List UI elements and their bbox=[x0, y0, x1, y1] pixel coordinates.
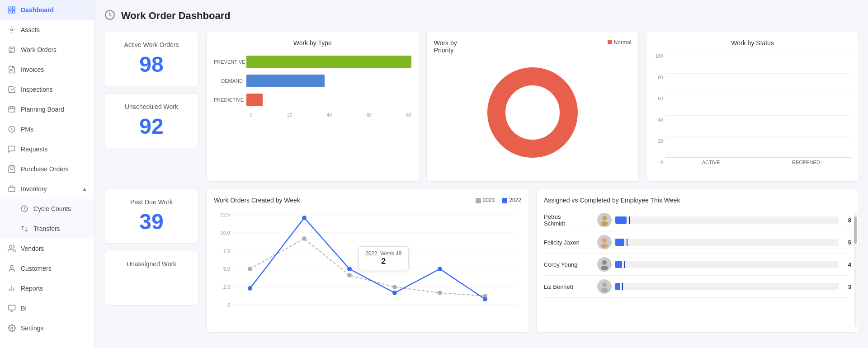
reports-icon bbox=[7, 284, 16, 293]
page-title: Work Order Dashboard bbox=[121, 10, 231, 22]
employee-count-felicity: 5 bbox=[842, 239, 851, 246]
svg-point-32 bbox=[601, 244, 608, 248]
sidebar-item-work-orders[interactable]: Work Orders bbox=[0, 40, 94, 60]
unscheduled-work-label: Unscheduled Work bbox=[112, 103, 191, 110]
work-by-status-title: Work by Status bbox=[654, 39, 851, 47]
bar-row-predictive: PREDICTIVE bbox=[214, 94, 411, 106]
point-2021-4 bbox=[438, 291, 442, 295]
employee-row-liz: Liz Bennett 3 bbox=[544, 276, 851, 298]
sidebar-label-requests: Requests bbox=[21, 146, 47, 153]
svg-rect-3 bbox=[9, 11, 11, 13]
svg-text:2.5: 2.5 bbox=[223, 284, 230, 290]
sidebar-item-reports[interactable]: Reports bbox=[0, 278, 94, 298]
sidebar-item-settings[interactable]: Settings bbox=[0, 318, 94, 338]
page-header: Work Order Dashboard bbox=[104, 9, 859, 23]
inventory-chevron-icon: ▲ bbox=[82, 186, 87, 192]
sidebar-item-invoices[interactable]: Invoices bbox=[0, 60, 94, 80]
active-work-orders-label: Active Work Orders bbox=[112, 41, 191, 48]
svg-text:5.0: 5.0 bbox=[223, 266, 230, 272]
employee-name-felicity: Felicity Jaxon bbox=[544, 239, 594, 246]
work-orders-by-week-title: Work Orders Created by Week bbox=[214, 197, 300, 204]
scroll-thumb bbox=[854, 216, 857, 244]
sidebar-item-inspections[interactable]: Inspections bbox=[0, 80, 94, 99]
legend-2022: 2022 bbox=[502, 197, 521, 203]
sidebar-item-transfers[interactable]: Transfers bbox=[0, 219, 94, 239]
svg-text:12.5: 12.5 bbox=[221, 212, 230, 217]
sidebar-item-inventory[interactable]: Inventory ▲ bbox=[0, 179, 94, 199]
past-due-work-label: Past Due Work bbox=[112, 198, 191, 206]
sidebar-label-customers: Customers bbox=[21, 265, 52, 272]
employee-avatar-corey bbox=[597, 257, 612, 272]
past-due-work-value: 39 bbox=[112, 209, 191, 234]
bar-divider-felicity bbox=[627, 239, 627, 246]
employee-name-corey: Corey Young bbox=[544, 261, 594, 268]
svg-point-15 bbox=[511, 91, 554, 134]
point-2022-3 bbox=[392, 291, 397, 295]
stat-cards-bottom: Past Due Work 39 Unassigned Work bbox=[104, 189, 199, 333]
sidebar-label-purchase-orders: Purchase Orders bbox=[21, 165, 69, 173]
dashboard-header-icon bbox=[104, 9, 116, 23]
sidebar-item-purchase-orders[interactable]: Purchase Orders bbox=[0, 159, 94, 179]
sidebar-item-bi[interactable]: BI bbox=[0, 298, 94, 318]
employee-row-felicity: Felicity Jaxon 5 bbox=[544, 231, 851, 254]
y-100: 100 bbox=[654, 54, 663, 59]
employee-list: PetrusSchmidt 8 Felicity Jaxon bbox=[544, 209, 851, 298]
point-2022-5 bbox=[483, 297, 487, 301]
unassigned-work-card: Unassigned Work bbox=[104, 251, 199, 306]
bar-fill-demand bbox=[246, 75, 325, 87]
axis-80: 80 bbox=[406, 113, 411, 118]
employee-avatar-felicity bbox=[597, 235, 612, 249]
employee-bar-fill-felicity bbox=[615, 239, 624, 246]
sidebar-label-dashboard: Dashboard bbox=[21, 6, 54, 14]
customers-icon bbox=[7, 264, 16, 273]
axis-20: 20 bbox=[287, 113, 292, 118]
legend-2021: 2021 bbox=[476, 197, 495, 203]
past-due-work-card: Past Due Work 39 bbox=[104, 189, 199, 244]
sidebar: Dashboard Assets Work Orders Invoices In… bbox=[0, 0, 95, 348]
active-work-orders-value: 98 bbox=[112, 52, 191, 77]
work-orders-icon bbox=[7, 45, 16, 54]
donut-chart bbox=[434, 63, 632, 162]
sidebar-item-planning-board[interactable]: Planning Board bbox=[0, 99, 94, 119]
sidebar-item-cycle-counts[interactable]: Cycle Counts bbox=[0, 199, 94, 219]
bottom-row: Past Due Work 39 Unassigned Work Work Or… bbox=[104, 189, 859, 333]
unscheduled-work-card: Unscheduled Work 92 bbox=[104, 94, 199, 148]
bar-row-preventive: PREVENTIVE bbox=[214, 56, 411, 68]
point-2022-2 bbox=[347, 267, 352, 271]
requests-icon bbox=[7, 145, 16, 154]
line-2021 bbox=[250, 239, 485, 296]
employee-bar-fill-petrus bbox=[615, 216, 627, 224]
work-orders-by-week-card: Work Orders Created by Week 2021 2022 bbox=[206, 189, 529, 333]
scroll-track bbox=[854, 212, 857, 327]
sidebar-item-pms[interactable]: PMs bbox=[0, 119, 94, 139]
assets-icon bbox=[7, 25, 16, 34]
svg-point-34 bbox=[601, 266, 608, 270]
svg-point-31 bbox=[602, 238, 607, 243]
bar-divider-petrus bbox=[629, 216, 630, 224]
bar-track-predictive bbox=[246, 94, 411, 106]
bar-track-demand bbox=[246, 75, 411, 87]
sidebar-item-dashboard[interactable]: Dashboard bbox=[0, 0, 94, 20]
transfers-icon bbox=[20, 224, 29, 233]
unassigned-work-value bbox=[112, 271, 191, 296]
vbar-area: ACTIVE REOPENED bbox=[665, 52, 851, 174]
employee-avatar-petrus bbox=[597, 213, 612, 227]
sidebar-item-customers[interactable]: Customers bbox=[0, 259, 94, 278]
employee-name-liz: Liz Bennett bbox=[544, 283, 594, 290]
employee-bar-fill-liz bbox=[615, 283, 620, 290]
sidebar-item-requests[interactable]: Requests bbox=[0, 139, 94, 159]
sidebar-item-assets[interactable]: Assets bbox=[0, 20, 94, 40]
sidebar-label-reports: Reports bbox=[21, 285, 43, 292]
employee-count-liz: 3 bbox=[842, 283, 851, 290]
sidebar-label-inventory: Inventory bbox=[21, 185, 47, 193]
y-80: 80 bbox=[654, 75, 663, 80]
unassigned-work-label: Unassigned Work bbox=[112, 260, 191, 268]
bar-label-demand: DEMAND bbox=[214, 78, 246, 84]
work-by-status-chart: 0 20 40 60 80 100 bbox=[654, 52, 851, 174]
sidebar-label-inspections: Inspections bbox=[21, 86, 53, 93]
vbar-label-reopened: REOPENED bbox=[770, 160, 842, 165]
sidebar-item-vendors[interactable]: Vendors bbox=[0, 239, 94, 259]
axis-40: 40 bbox=[327, 113, 332, 118]
bi-icon bbox=[7, 304, 16, 313]
svg-point-36 bbox=[601, 288, 608, 292]
